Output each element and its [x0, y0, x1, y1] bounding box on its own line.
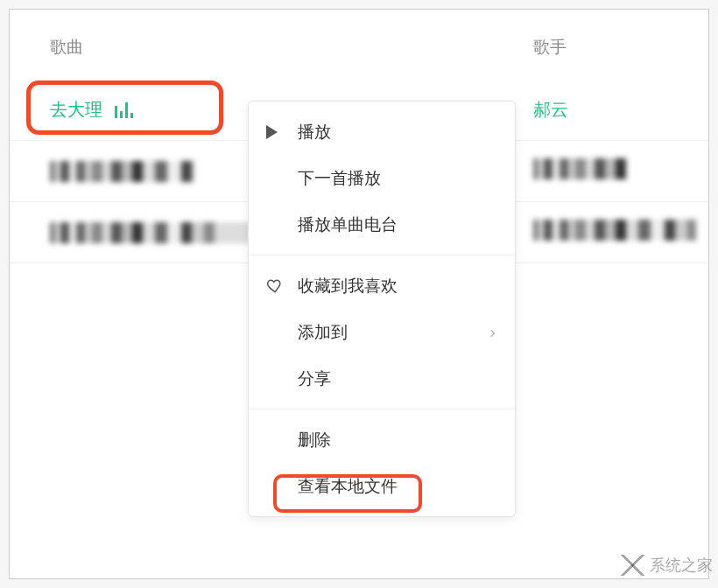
watermark-icon	[620, 555, 644, 576]
menu-share[interactable]: 分享	[249, 355, 515, 402]
menu-play-radio[interactable]: 播放单曲电台	[249, 201, 515, 248]
redacted-artist	[533, 158, 626, 179]
chevron-right-icon: ›	[489, 322, 496, 342]
context-menu: 播放 下一首播放 播放单曲电台 收藏到我喜欢 添加到 › 分享 删除 查看本地文…	[248, 101, 516, 517]
heart-icon	[266, 277, 298, 295]
menu-play-next[interactable]: 下一首播放	[249, 155, 515, 201]
menu-separator	[249, 255, 515, 256]
menu-view-local-file[interactable]: 查看本地文件	[249, 463, 515, 509]
song-title: 去大理	[50, 98, 102, 122]
column-header-artist: 歌手	[533, 36, 708, 59]
menu-separator	[249, 409, 515, 410]
list-header: 歌曲 歌手	[10, 10, 708, 80]
menu-play[interactable]: 播放	[249, 108, 515, 155]
equalizer-icon	[115, 102, 133, 118]
menu-add-to[interactable]: 添加到 ›	[249, 309, 515, 355]
redacted-title	[50, 161, 194, 182]
redacted-artist	[533, 220, 696, 241]
watermark: 系统之家	[620, 555, 713, 576]
menu-delete[interactable]: 删除	[249, 416, 515, 463]
play-icon	[266, 125, 298, 139]
menu-favorite[interactable]: 收藏到我喜欢	[249, 262, 515, 309]
song-artist[interactable]: 郝云	[533, 98, 708, 122]
column-header-song: 歌曲	[10, 36, 533, 59]
